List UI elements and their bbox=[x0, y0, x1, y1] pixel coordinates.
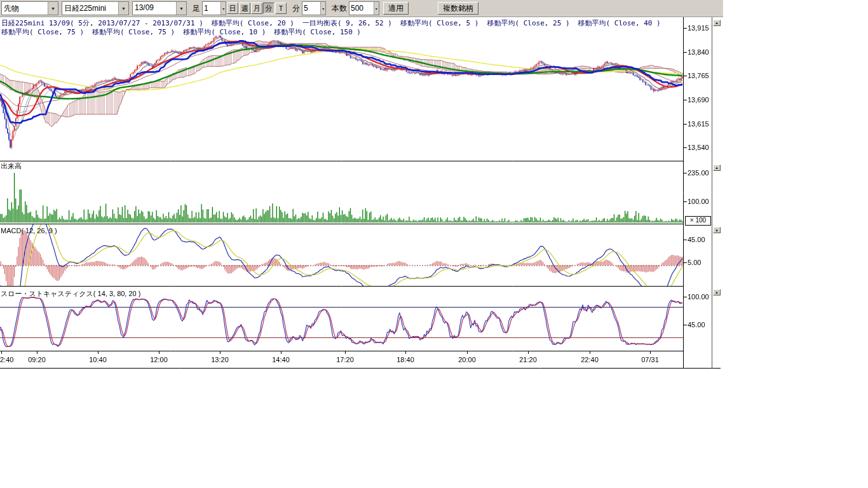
legend-item: 移動平均( Close, 10 ) bbox=[183, 28, 266, 36]
pane-scroll-up-button-macd[interactable]: ▲ bbox=[713, 227, 721, 233]
dropdown-arrow-icon[interactable]: ▼ bbox=[176, 2, 186, 15]
legend-item: 移動平均( Close, 150 ) bbox=[274, 28, 361, 36]
price-axis-label: 13,540 bbox=[688, 144, 709, 151]
dropdown-arrow-icon[interactable]: ▼ bbox=[48, 2, 58, 15]
contract-month-value: 13/09 bbox=[133, 2, 176, 15]
legend-item: 移動平均( Close, 20 ) bbox=[212, 19, 294, 27]
legend-item: 一目均衡表( 9, 26, 52 ) bbox=[302, 19, 392, 27]
pane-scroll-up-button-price[interactable]: ▲ bbox=[713, 20, 721, 26]
volume-pane-label: 出来高 bbox=[1, 161, 22, 171]
apply-button[interactable]: 適用 bbox=[383, 2, 409, 15]
instrument-type-value: 先物 bbox=[2, 2, 48, 15]
multi-symbol-button[interactable]: 複数銘柄 bbox=[438, 2, 478, 15]
bar-number-input[interactable] bbox=[349, 2, 374, 15]
dropdown-arrow-icon[interactable]: ▾ bbox=[374, 2, 379, 15]
price-axis-label: 13,840 bbox=[688, 48, 709, 56]
stochastics-pane-label: スロー・ストキャスティクス( 14, 3, 80, 20 ) bbox=[1, 289, 140, 299]
minute-label: 分 bbox=[292, 3, 300, 14]
minute-interval-combo[interactable]: ▾ bbox=[302, 1, 326, 15]
pane-scroll-up-button-volume[interactable]: ▲ bbox=[713, 165, 721, 171]
legend-item: 移動平均( Close, 40 ) bbox=[578, 19, 661, 27]
stochastics-axis-label: 100.00 bbox=[688, 293, 709, 301]
macd-axis-label: 5.00 bbox=[688, 259, 701, 266]
time-axis-label: 22:40 bbox=[576, 356, 604, 363]
legend-item: 移動平均( Close, 5 ) bbox=[400, 19, 478, 27]
instrument-value: 日経225mini bbox=[62, 2, 118, 15]
price-pane-legend-row1: 日経225mini 13/09( 5分, 2013/07/27 - 2013/0… bbox=[1, 18, 669, 28]
legend-item: 日経225mini 13/09( 5分, 2013/07/27 - 2013/0… bbox=[1, 19, 203, 27]
dropdown-arrow-icon[interactable]: ▼ bbox=[118, 2, 128, 15]
period-month-button[interactable]: 月 bbox=[251, 3, 262, 14]
time-axis-label: 14:40 bbox=[267, 356, 295, 363]
period-week-button[interactable]: 週 bbox=[239, 3, 250, 14]
time-axis-label: 07/31 bbox=[636, 356, 664, 363]
time-axis-label: 12:00 bbox=[145, 356, 173, 363]
price-axis-label: 13,915 bbox=[688, 24, 709, 32]
toolbar: 先物 ▼ 日経225mini ▼ 13/09 ▼ 足 ▾ 日 週 月 分 T 分… bbox=[0, 0, 723, 17]
time-axis-label: 10:40 bbox=[84, 356, 112, 363]
time-axis-label: 13:20 bbox=[206, 356, 234, 363]
legend-item: 移動平均( Close, 25 ) bbox=[487, 19, 569, 27]
time-axis-label: 18:40 bbox=[391, 356, 419, 363]
volume-axis-label: 235.00 bbox=[688, 169, 709, 177]
time-axis-label: 17:20 bbox=[331, 356, 359, 363]
instrument-select[interactable]: 日経225mini ▼ bbox=[62, 1, 129, 15]
stochastics-axis-label: 45.00 bbox=[688, 321, 705, 329]
minute-interval-input[interactable] bbox=[302, 2, 320, 15]
macd-pane-label: MACD( 12, 26, 9 ) bbox=[1, 227, 57, 234]
dropdown-arrow-icon[interactable]: ▾ bbox=[220, 2, 226, 15]
volume-multiplier-badge: × 100 bbox=[685, 216, 711, 226]
instrument-type-select[interactable]: 先物 ▼ bbox=[1, 1, 58, 15]
price-axis-label: 13,690 bbox=[688, 96, 709, 104]
price-pane-legend-row2: 移動平均( Close, 75 )移動平均( Close, 75 )移動平均( … bbox=[1, 27, 369, 37]
pane-scroll-up-button-stochastics[interactable]: ▲ bbox=[713, 289, 721, 295]
legend-item: 移動平均( Close, 75 ) bbox=[1, 28, 84, 36]
chart-region: 日経225mini 13/09( 5分, 2013/07/27 - 2013/0… bbox=[0, 17, 737, 370]
price-axis-label: 13,765 bbox=[688, 72, 709, 79]
bar-number-label: 本数 bbox=[332, 3, 347, 14]
bar-count-combo[interactable]: ▾ bbox=[202, 1, 226, 15]
chart-application-window: 先物 ▼ 日経225mini ▼ 13/09 ▼ 足 ▾ 日 週 月 分 T 分… bbox=[0, 0, 868, 488]
bar-number-combo[interactable]: ▾ bbox=[349, 1, 379, 15]
time-axis-label: 20:00 bbox=[453, 356, 481, 363]
time-axis-label: 21:20 bbox=[514, 356, 542, 363]
bar-count-input[interactable] bbox=[203, 2, 220, 15]
bar-type-label: 足 bbox=[193, 3, 200, 14]
period-day-button[interactable]: 日 bbox=[227, 3, 238, 14]
macd-axis-label: 45.00 bbox=[688, 236, 705, 243]
legend-item: 移動平均( Close, 75 ) bbox=[92, 28, 175, 36]
period-minute-button[interactable]: 分 bbox=[263, 3, 275, 14]
multi-pane-chart-canvas[interactable] bbox=[0, 17, 721, 370]
dropdown-arrow-icon[interactable]: ▾ bbox=[320, 2, 325, 15]
time-axis-label: 09:20 bbox=[23, 356, 51, 363]
time-axis-label: 2:40 bbox=[0, 356, 13, 363]
period-tick-button[interactable]: T bbox=[275, 3, 287, 14]
price-axis-label: 13,615 bbox=[688, 120, 709, 128]
volume-axis-label: 100.00 bbox=[688, 198, 709, 205]
contract-month-select[interactable]: 13/09 ▼ bbox=[132, 1, 187, 15]
